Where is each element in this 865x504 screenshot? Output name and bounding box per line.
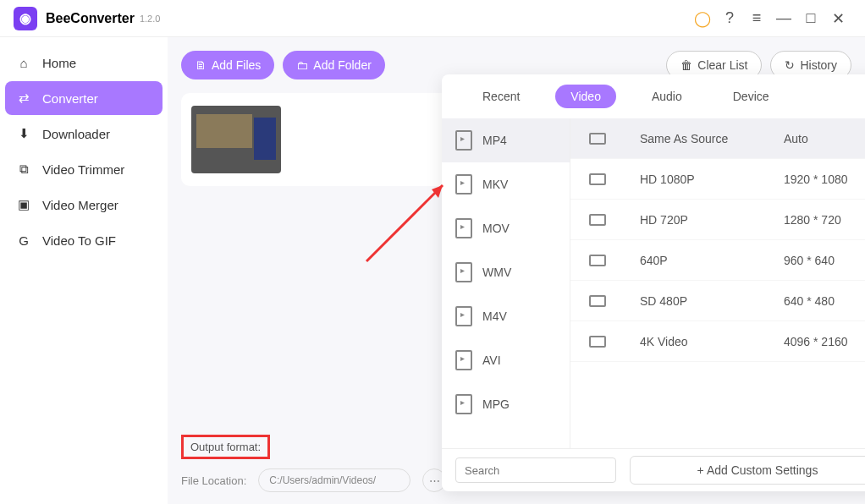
output-format-label: Output format:: [181, 435, 270, 459]
file-location-value[interactable]: C:/Users/admin/Videos/: [258, 468, 410, 492]
display-icon: [589, 336, 606, 348]
format-mpg[interactable]: MPG: [442, 382, 570, 426]
download-icon: ⬇: [15, 125, 32, 142]
minimize-icon[interactable]: —: [770, 5, 797, 32]
sidebar-item-label: Home: [42, 56, 76, 70]
tab-audio[interactable]: Audio: [636, 85, 697, 108]
video-thumbnail: [191, 106, 281, 173]
file-video-icon: [455, 262, 472, 282]
resolution-item[interactable]: 4K Video4096 * 2160: [570, 321, 865, 362]
sidebar-item-merger[interactable]: ▣ Video Merger: [5, 188, 163, 222]
resolution-item[interactable]: SD 480P640 * 480: [570, 281, 865, 321]
display-icon: [589, 214, 606, 226]
format-list[interactable]: MP4 MKV MOV WMV M4V AVI MPG: [442, 118, 570, 448]
display-icon: [589, 133, 606, 145]
svg-line-0: [366, 185, 443, 261]
resolution-item[interactable]: HD 720P1280 * 720: [570, 200, 865, 240]
converter-icon: ⇄: [15, 90, 32, 107]
gif-icon: G: [15, 232, 32, 249]
menu-icon[interactable]: ≡: [743, 5, 770, 32]
file-video-icon: [455, 130, 472, 151]
sidebar-item-label: Video Merger: [42, 198, 118, 212]
format-wmv[interactable]: WMV: [442, 250, 570, 294]
format-m4v[interactable]: M4V: [442, 294, 570, 338]
history-icon: ↻: [785, 58, 795, 72]
file-location-label: File Location:: [181, 474, 246, 487]
trash-icon: 🗑: [680, 58, 692, 72]
format-avi[interactable]: AVI: [442, 338, 570, 382]
app-version: 1.2.0: [140, 14, 160, 24]
sidebar-item-home[interactable]: ⌂ Home: [5, 46, 163, 79]
resolution-item[interactable]: 640P960 * 640: [570, 240, 865, 281]
sidebar-item-label: Video Trimmer: [42, 162, 124, 177]
sidebar-item-label: Video To GIF: [42, 233, 116, 248]
file-plus-icon: 🗎: [195, 58, 207, 72]
tab-device[interactable]: Device: [718, 85, 785, 108]
format-search-input[interactable]: [455, 457, 616, 483]
format-mp4[interactable]: MP4: [442, 118, 570, 162]
tab-recent[interactable]: Recent: [467, 85, 535, 108]
file-video-icon: [455, 394, 472, 414]
close-icon[interactable]: ✕: [824, 5, 851, 32]
display-icon: [589, 173, 606, 185]
sidebar-item-label: Converter: [42, 91, 98, 106]
trimmer-icon: ⧉: [15, 161, 32, 178]
sidebar-item-trimmer[interactable]: ⧉ Video Trimmer: [5, 152, 163, 186]
file-video-icon: [455, 218, 472, 238]
format-mkv[interactable]: MKV: [442, 162, 570, 206]
sidebar-item-downloader[interactable]: ⬇ Downloader: [5, 117, 163, 151]
titlebar: ◉ BeeConverter 1.2.0 ◯ ? ≡ — □ ✕: [0, 0, 865, 37]
resolution-item[interactable]: Same As SourceAuto: [570, 118, 865, 159]
display-icon: [589, 255, 606, 266]
merger-icon: ▣: [15, 196, 32, 213]
user-icon[interactable]: ◯: [689, 5, 716, 32]
help-icon[interactable]: ?: [716, 5, 743, 32]
file-video-icon: [455, 174, 472, 194]
format-dropdown: Recent Video Audio Device MP4 MKV MOV WM…: [442, 74, 865, 491]
file-video-icon: [455, 350, 472, 370]
app-name: BeeConverter: [46, 11, 135, 26]
sidebar-item-label: Downloader: [42, 127, 110, 141]
add-folder-button[interactable]: 🗀 Add Folder: [283, 51, 384, 79]
resolution-item[interactable]: HD 1080P1920 * 1080: [570, 159, 865, 200]
content-area: 🗎 Add Files 🗀 Add Folder 🗑 Clear List ↻ …: [168, 37, 865, 504]
file-video-icon: [455, 306, 472, 326]
folder-plus-icon: 🗀: [296, 58, 308, 72]
tab-video[interactable]: Video: [555, 85, 616, 108]
sidebar-item-gif[interactable]: G Video To GIF: [5, 223, 163, 257]
resolution-list[interactable]: Same As SourceAuto HD 1080P1920 * 1080 H…: [570, 118, 865, 448]
maximize-icon[interactable]: □: [797, 5, 824, 32]
home-icon: ⌂: [15, 54, 32, 71]
sidebar: ⌂ Home ⇄ Converter ⬇ Downloader ⧉ Video …: [0, 37, 168, 504]
format-mov[interactable]: MOV: [442, 206, 570, 250]
display-icon: [589, 295, 606, 307]
add-files-button[interactable]: 🗎 Add Files: [181, 51, 274, 79]
sidebar-item-converter[interactable]: ⇄ Converter: [5, 81, 163, 115]
add-custom-settings-button[interactable]: + Add Custom Settings: [630, 456, 865, 485]
app-logo: ◉: [14, 7, 37, 30]
